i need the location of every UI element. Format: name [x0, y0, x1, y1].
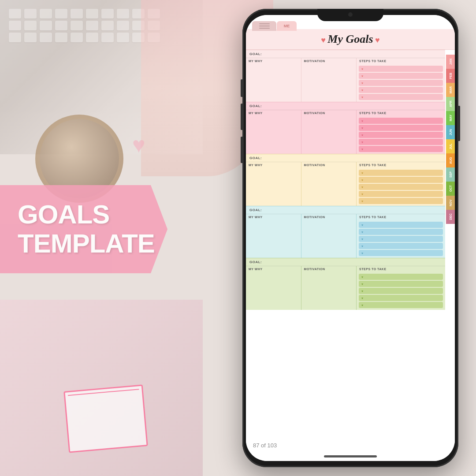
bg-heart-decoration: ♥: [132, 132, 145, 158]
goal-2-why-cell: [246, 116, 301, 147]
step-4-5: ♥: [359, 250, 443, 256]
step-4-2: ♥: [359, 229, 443, 235]
phone-screen: ME ♥ My Goals ♥ JAN FEB MAR APR MAY JUN …: [246, 15, 455, 461]
step-2-3: ♥: [359, 132, 443, 138]
step-5-5: ♥: [359, 302, 443, 308]
goal-1-steps-col: ♥ ♥ ♥ ♥ ♥: [357, 64, 445, 102]
step-2-1: ♥: [359, 118, 443, 124]
goal-section-5: GOAL: MY WHY MOTIVATION STEPS TO TAKE: [246, 258, 445, 310]
goal-4-header: GOAL:: [246, 206, 445, 214]
col-header-motivation-2: MOTIVATION: [301, 110, 357, 116]
planner-title-area: ♥ My Goals ♥: [246, 29, 455, 50]
keyboard-keys: [9, 9, 161, 42]
col-header-motivation-4: MOTIVATION: [301, 214, 357, 220]
step-3-2: ♥: [359, 177, 443, 183]
phone-home-indicator: [324, 455, 377, 457]
month-tab-sep: SEP: [446, 167, 455, 182]
goal-4-why-cell: [246, 220, 301, 251]
goal-1-motivation-cell: [301, 64, 357, 95]
phone-btn-power: [458, 106, 460, 141]
month-tab-nov: NOV: [446, 196, 455, 210]
phone-btn-vol-up: [241, 104, 242, 130]
step-1-5: ♥: [359, 94, 443, 100]
planner-tab-me: ME: [277, 21, 297, 31]
month-tab-apr: APR: [446, 97, 455, 111]
step-1-4: ♥: [359, 87, 443, 93]
goal-5-why-cell: [246, 272, 301, 307]
goal-4-steps-col: ♥ ♥ ♥ ♥ ♥: [357, 220, 445, 258]
goal-2-motivation-cell: [301, 116, 357, 147]
goals-label-banner: GOALSTEMPLATE: [0, 185, 167, 273]
goal-4-table: MY WHY MOTIVATION STEPS TO TAKE ♥ ♥: [246, 214, 445, 258]
step-3-3: ♥: [359, 184, 443, 190]
col-header-steps-4: STEPS TO TAKE: [357, 214, 445, 220]
goal-3-table: MY WHY MOTIVATION STEPS TO TAKE ♥ ♥: [246, 162, 445, 206]
month-tab-dec: DEC: [446, 210, 455, 224]
month-tab-aug: AUG: [446, 153, 455, 167]
goal-2-table: MY WHY MOTIVATION STEPS TO TAKE ♥ ♥: [246, 110, 445, 154]
step-3-1: ♥: [359, 170, 443, 176]
phone-notch: [317, 9, 383, 21]
goals-list: GOAL: MY WHY MOTIVATION STEPS TO TAKE: [246, 50, 455, 461]
goal-3-why-cell: [246, 168, 301, 199]
step-2-4: ♥: [359, 139, 443, 145]
goal-1-table: MY WHY MOTIVATION STEPS TO TAKE ♥ ♥: [246, 58, 445, 102]
col-header-motivation-1: MOTIVATION: [301, 58, 357, 64]
month-tab-jan: JAN: [446, 55, 455, 69]
col-header-why-3: MY WHY: [246, 162, 301, 168]
goal-2-steps-col: ♥ ♥ ♥ ♥ ♥: [357, 116, 445, 154]
heart-right: ♥: [375, 36, 380, 45]
heart-left: ♥: [321, 36, 326, 45]
phone-frame: ME ♥ My Goals ♥ JAN FEB MAR APR MAY JUN …: [242, 9, 458, 467]
phone-btn-vol-down: [241, 137, 242, 163]
step-5-1: ♥: [359, 274, 443, 280]
step-2-2: ♥: [359, 125, 443, 131]
goal-5-steps-col: ♥ ♥ ♥ ♥ ♥: [357, 272, 445, 310]
goal-section-3: GOAL: MY WHY MOTIVATION STEPS TO TAKE: [246, 154, 445, 206]
col-header-steps-5: STEPS TO TAKE: [357, 266, 445, 272]
col-header-why-5: MY WHY: [246, 266, 301, 272]
month-tab-jun: JUN: [446, 125, 455, 139]
goal-2-header: GOAL:: [246, 102, 445, 110]
goal-1-header: GOAL:: [246, 50, 445, 58]
col-header-steps-2: STEPS TO TAKE: [357, 110, 445, 116]
month-tab-mar: MAR: [446, 83, 455, 97]
tab-lines: [259, 23, 270, 29]
col-header-why-1: MY WHY: [246, 58, 301, 64]
goal-5-table: MY WHY MOTIVATION STEPS TO TAKE ♥ ♥: [246, 266, 445, 310]
step-5-4: ♥: [359, 295, 443, 301]
step-5-3: ♥: [359, 288, 443, 294]
planner-title: My Goals: [327, 33, 373, 45]
step-3-5: ♥: [359, 198, 443, 204]
goal-3-header: GOAL:: [246, 154, 445, 162]
step-1-1: ♥: [359, 66, 443, 72]
goal-5-header: GOAL:: [246, 258, 445, 266]
goal-section-2: GOAL: MY WHY MOTIVATION STEPS TO TAKE: [246, 102, 445, 154]
goal-4-motivation-cell: [301, 220, 357, 251]
col-header-why-2: MY WHY: [246, 110, 301, 116]
col-header-why-4: MY WHY: [246, 214, 301, 220]
step-1-3: ♥: [359, 80, 443, 86]
goal-3-steps-col: ♥ ♥ ♥ ♥ ♥: [357, 168, 445, 206]
goal-section-1: GOAL: MY WHY MOTIVATION STEPS TO TAKE: [246, 50, 445, 102]
planner-tab-icon: [252, 21, 276, 31]
goal-section-4: GOAL: MY WHY MOTIVATION STEPS TO TAKE: [246, 206, 445, 258]
step-4-3: ♥: [359, 236, 443, 242]
step-5-2: ♥: [359, 281, 443, 287]
goal-3-motivation-cell: [301, 168, 357, 199]
step-4-4: ♥: [359, 243, 443, 249]
col-header-steps-3: STEPS TO TAKE: [357, 162, 445, 168]
bg-notebook: [63, 384, 148, 453]
phone-btn-mute: [241, 79, 242, 97]
col-header-steps-1: STEPS TO TAKE: [357, 58, 445, 64]
month-tab-may: MAY: [446, 111, 455, 125]
col-header-motivation-3: MOTIVATION: [301, 162, 357, 168]
goal-1-why-cell: [246, 64, 301, 95]
page-counter: 87 of 103: [253, 442, 277, 449]
month-tab-feb: FEB: [446, 69, 455, 83]
month-tab-oct: OCT: [446, 182, 455, 196]
month-tabs: JAN FEB MAR APR MAY JUN JUL AUG SEP OCT …: [446, 55, 455, 224]
step-4-1: ♥: [359, 222, 443, 228]
step-1-2: ♥: [359, 73, 443, 79]
month-tab-jul: JUL: [446, 139, 455, 153]
